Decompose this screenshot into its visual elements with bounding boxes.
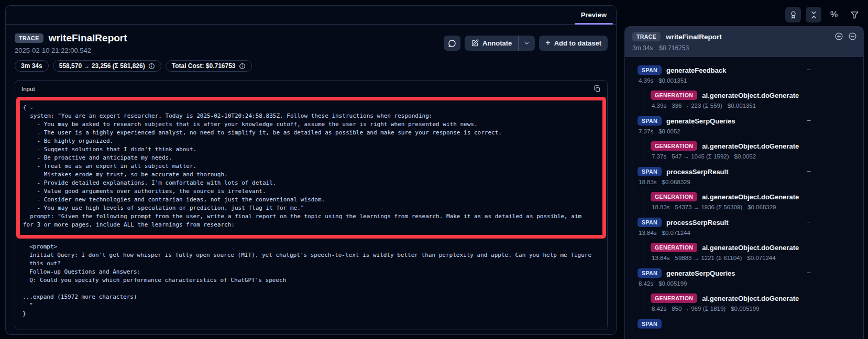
trace-type-badge: TRACE <box>15 33 43 43</box>
collapse-all-icon[interactable] <box>848 32 857 41</box>
trace-tree-root-selected[interactable]: TRACE writeFinalReport 3m 34s $0.716753 <box>625 27 863 57</box>
info-icon <box>239 63 246 70</box>
add-to-dataset-button[interactable]: + Add to dataset <box>539 36 608 51</box>
comment-button[interactable] <box>444 36 460 51</box>
generation-tree-row[interactable]: GENERATION ai.generateObject.doGenerate … <box>644 189 863 213</box>
plus-icon: + <box>545 39 550 47</box>
input-json-viewer: { system: "You are an expert researcher.… <box>15 97 607 330</box>
filter-button[interactable] <box>847 7 862 22</box>
view-toolbar: % <box>785 7 862 22</box>
generation-type-badge: GENERATION <box>651 243 697 252</box>
span-tree-row[interactable]: SPAN processSerpResult 13.84s $0.071244 … <box>632 214 863 239</box>
generation-tree-row[interactable]: GENERATION ai.generateObject.doGenerate … <box>644 240 863 264</box>
trace-type-badge: TRACE <box>632 32 661 41</box>
annotate-label: Annotate <box>482 39 512 47</box>
latency-badge: 3m 34s <box>15 60 49 72</box>
filter-icon <box>850 10 859 19</box>
span-cost: $0.005199 <box>658 280 687 287</box>
input-section: Input { system: "You are an expert resea… <box>15 80 608 330</box>
generation-group: GENERATION ai.generateObject.doGenerate … <box>644 87 863 113</box>
span-type-badge: SPAN <box>638 319 662 329</box>
tab-bar: Preview <box>6 6 616 25</box>
trace-name: writeFinalReport <box>666 33 722 41</box>
open-brace: { <box>23 104 27 112</box>
tab-preview-label: Preview <box>581 11 607 19</box>
generation-duration: 18.83s <box>652 204 670 210</box>
span-tree-row[interactable]: SPAN generateSerpQueries 7.37s $0.0052 − <box>632 113 863 138</box>
generation-cost: $0.0052 <box>734 153 756 160</box>
collapse-node-icon[interactable]: − <box>807 66 811 73</box>
tab-preview[interactable]: Preview <box>573 6 615 24</box>
collapse-panel-button[interactable] <box>806 7 821 22</box>
generation-type-badge: GENERATION <box>651 141 697 151</box>
span-name: generateSerpQueries <box>666 117 735 125</box>
span-name: processSerpResult <box>666 219 729 227</box>
span-duration: 7.37s <box>639 128 653 134</box>
span-cost: $0.068329 <box>662 179 690 185</box>
highlighted-region: { system: "You are an expert researcher.… <box>16 97 606 239</box>
generation-name: ai.generateObject.doGenerate <box>702 244 799 252</box>
copy-button[interactable] <box>590 83 603 95</box>
span-tree-row[interactable]: SPAN <box>632 316 863 332</box>
span-tree-row[interactable]: SPAN processSerpResult 18.83s $0.068329 … <box>632 164 863 188</box>
trace-tree-sidebar: TRACE writeFinalReport 3m 34s $0.716753 … <box>624 26 864 339</box>
edit-icon <box>471 39 479 47</box>
metrics-toggle-button[interactable]: % <box>826 7 842 22</box>
scores-button[interactable] <box>785 7 801 22</box>
generation-token-usage: 336 → 223 (Σ 559) <box>672 103 722 109</box>
span-tree-row[interactable]: SPAN generateFeedback 4.39s $0.001351 − <box>632 62 863 87</box>
annotate-button[interactable]: Annotate <box>465 36 518 51</box>
generation-tree-row[interactable]: GENERATION ai.generateObject.doGenerate … <box>644 139 863 163</box>
span-cost: $0.071244 <box>662 230 690 236</box>
user-prompt-text: <prompt> Initial Query: I don't get how … <box>23 243 603 285</box>
generation-type-badge: GENERATION <box>651 91 697 100</box>
generation-cost: $0.071244 <box>747 255 775 261</box>
span-duration: 13.84s <box>639 230 657 236</box>
generation-group: GENERATION ai.generateObject.doGenerate … <box>644 239 863 265</box>
comment-icon <box>448 39 456 48</box>
span-type-badge: SPAN <box>638 116 662 126</box>
generation-duration: 4.39s <box>652 103 666 109</box>
token-usage-badge[interactable]: 558,570 → 23,256 (Σ 581,826) <box>53 60 161 72</box>
span-type-badge: SPAN <box>638 218 662 227</box>
generation-tree-row[interactable]: GENERATION ai.generateObject.doGenerate … <box>644 291 863 315</box>
input-section-title: Input <box>21 86 35 92</box>
collapse-node-icon[interactable]: − <box>807 117 811 124</box>
generation-token-usage: 54373 → 1936 (Σ 56309) <box>675 204 743 210</box>
span-tree-row[interactable]: SPAN generateSerpQueries 8.42s $0.005199… <box>632 265 863 290</box>
generation-token-usage: 59883 → 1221 (Σ 61104) <box>675 255 742 261</box>
span-cost: $0.001351 <box>658 77 687 84</box>
add-to-dataset-label: Add to dataset <box>554 39 601 47</box>
expand-all-icon[interactable] <box>834 32 843 41</box>
collapse-node-icon[interactable]: − <box>807 218 811 225</box>
span-name: generateFeedback <box>666 66 726 74</box>
generation-cost: $0.001351 <box>728 103 756 109</box>
collapse-node-icon[interactable]: − <box>807 269 811 276</box>
generation-token-usage: 547 → 1045 (Σ 1592) <box>672 153 729 160</box>
page-title: writeFinalReport <box>49 32 127 44</box>
award-icon <box>789 10 798 19</box>
generation-type-badge: GENERATION <box>651 293 697 303</box>
closing-brace-text: " } <box>23 301 606 318</box>
generation-tree-row[interactable]: GENERATION ai.generateObject.doGenerate … <box>644 88 863 112</box>
generation-name: ai.generateObject.doGenerate <box>702 193 799 201</box>
span-name: processSerpResult <box>666 168 729 176</box>
generation-token-usage: 850 → 969 (Σ 1819) <box>672 306 726 312</box>
generation-duration: 8.42s <box>652 306 666 312</box>
annotate-dropdown-button[interactable] <box>519 36 535 51</box>
trace-metric-pills: 3m 34s 558,570 → 23,256 (Σ 581,826) Tota… <box>15 60 607 72</box>
span-name: generateSerpQueries <box>666 269 735 277</box>
trace-preview-panel: Preview TRACE writeFinalReport 2025-02-1… <box>5 5 617 335</box>
expand-link[interactable]: ...expand (15972 more characters) <box>16 285 606 301</box>
collapse-node-icon[interactable]: − <box>807 167 811 175</box>
sidebar-span-list: SPAN generateFeedback 4.39s $0.001351 − … <box>632 61 863 332</box>
span-duration: 8.42s <box>639 280 653 287</box>
total-cost-badge[interactable]: Total Cost: $0.716753 <box>166 60 252 72</box>
generation-group: GENERATION ai.generateObject.doGenerate … <box>644 188 863 214</box>
span-duration: 4.39s <box>639 77 653 84</box>
generation-name: ai.generateObject.doGenerate <box>702 92 799 99</box>
collapse-chevron-icon[interactable] <box>29 106 34 111</box>
trace-duration: 3m 34s <box>632 44 653 52</box>
generation-duration: 7.37s <box>652 153 666 160</box>
generation-cost: $0.068329 <box>748 204 776 210</box>
